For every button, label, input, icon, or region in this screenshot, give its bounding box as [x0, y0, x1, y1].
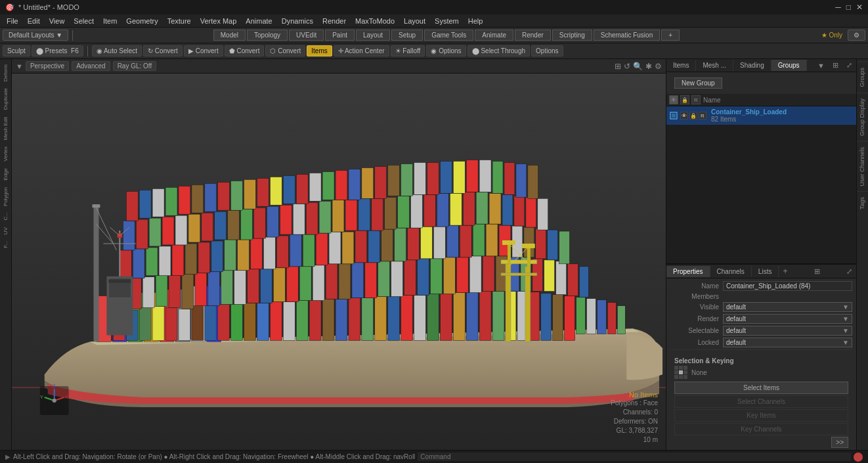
convert-button-2[interactable]: ▶ Convert: [184, 45, 223, 56]
menu-dynamics[interactable]: Dynamics: [278, 16, 317, 26]
tab-shading[interactable]: Shading: [733, 60, 771, 71]
command-input[interactable]: [418, 452, 851, 461]
key-channels-button[interactable]: Key Channels: [674, 423, 848, 435]
minimize-button[interactable]: ─: [835, 3, 841, 12]
visible-select[interactable]: default ▼: [723, 302, 852, 312]
tab-gametools[interactable]: Game Tools: [424, 30, 473, 41]
render-icon[interactable]: R: [691, 95, 701, 104]
sculpt-button[interactable]: Sculpt: [3, 45, 30, 56]
name-input[interactable]: [723, 281, 852, 291]
viewport-settings-icon[interactable]: ⚙: [655, 62, 662, 71]
menu-maxtomodo[interactable]: MaxToModo: [351, 16, 399, 26]
group-eye-ctrl[interactable]: 👁: [680, 112, 688, 120]
falloff-button[interactable]: ☀ Falloff: [391, 45, 425, 56]
group-lock-ctrl[interactable]: 🔒: [689, 112, 697, 120]
select-channels-button[interactable]: Select Channels: [674, 395, 848, 408]
grid-icon[interactable]: ⊞: [615, 62, 621, 71]
props-tab-channels[interactable]: Channels: [710, 266, 752, 277]
convert-button-4[interactable]: ⬡ Convert: [265, 45, 305, 56]
selectable-select[interactable]: default ▼: [723, 326, 852, 336]
sidebar-c[interactable]: C...: [1, 209, 10, 223]
sidebar-meshedit[interactable]: Mesh Edit: [1, 114, 10, 143]
presets-button[interactable]: ⬤ Presets F6: [32, 45, 83, 56]
tab-layout[interactable]: Layout: [356, 30, 390, 41]
zoom-icon[interactable]: 🔍: [633, 62, 643, 71]
sidebar-vertex[interactable]: Vertex: [1, 144, 10, 164]
tab-add[interactable]: +: [661, 30, 680, 41]
tab-paint[interactable]: Paint: [325, 30, 355, 41]
tab-mesh[interactable]: Mesh ...: [696, 60, 733, 71]
sidebar-f[interactable]: F...: [1, 238, 10, 251]
tab-groups[interactable]: Groups: [771, 60, 807, 71]
tab-model[interactable]: Model: [213, 30, 246, 41]
action-center-button[interactable]: ✛ Action Center: [334, 45, 389, 56]
menu-item[interactable]: Item: [99, 16, 121, 26]
menu-render[interactable]: Render: [318, 16, 350, 26]
props-fullscreen-icon[interactable]: ⤢: [842, 265, 856, 278]
menu-texture[interactable]: Texture: [163, 16, 195, 26]
options-button-2[interactable]: Options: [531, 45, 563, 56]
convert-button-3[interactable]: ⬟ Convert: [225, 45, 265, 56]
tab-items[interactable]: Items: [666, 60, 696, 71]
menu-system[interactable]: System: [431, 16, 463, 26]
menu-view[interactable]: View: [45, 16, 69, 26]
props-tab-lists[interactable]: Lists: [752, 266, 779, 277]
props-add-icon[interactable]: +: [779, 265, 791, 278]
sidebar-uv[interactable]: UV: [1, 225, 10, 237]
tab-topology[interactable]: Topology: [247, 30, 288, 41]
perspective-button[interactable]: Perspective: [26, 61, 69, 71]
panel-fullscreen-icon[interactable]: ⤢: [842, 59, 856, 72]
viewport[interactable]: X Y Z No Items Polygons : Face Channels:…: [12, 74, 666, 450]
menu-layout[interactable]: Layout: [400, 16, 429, 26]
tab-render[interactable]: Render: [515, 30, 551, 41]
select-through-button[interactable]: ⬤ Select Through: [467, 45, 530, 56]
asterisk-icon[interactable]: ✱: [645, 62, 652, 71]
select-items-button[interactable]: Select Items: [674, 382, 848, 394]
sidebar-deform[interactable]: Deform: [1, 62, 10, 84]
lock-icon[interactable]: 🔒: [680, 95, 689, 104]
key-items-button[interactable]: Key Items: [674, 409, 848, 422]
menu-edit[interactable]: Edit: [24, 16, 44, 26]
menu-animate[interactable]: Animate: [242, 16, 276, 26]
sidebar-duplicate[interactable]: Duplicate: [1, 85, 10, 112]
far-tab-tags[interactable]: Tags: [857, 191, 868, 215]
new-group-button[interactable]: New Group: [674, 77, 722, 89]
render-select[interactable]: default ▼: [723, 314, 852, 324]
items-button[interactable]: Items: [307, 45, 332, 56]
tab-scripting[interactable]: Scripting: [552, 30, 592, 41]
tab-arrow[interactable]: ▼: [814, 60, 829, 72]
sidebar-polygon[interactable]: Polygon: [1, 185, 10, 209]
auto-select-button[interactable]: ◉ Auto Select: [92, 45, 142, 56]
tab-setup[interactable]: Setup: [391, 30, 423, 41]
far-tab-groups[interactable]: Groups: [857, 62, 868, 93]
panel-expand-icon[interactable]: ⊞: [829, 59, 842, 72]
menu-select[interactable]: Select: [70, 16, 98, 26]
forward-button[interactable]: >>: [831, 437, 848, 448]
menu-file[interactable]: File: [3, 16, 22, 26]
options-button-1[interactable]: ◉ Options: [426, 45, 466, 56]
rotate-icon[interactable]: ↺: [624, 62, 630, 71]
advanced-button[interactable]: Advanced: [72, 61, 110, 71]
visibility-icon[interactable]: 👁: [669, 95, 678, 104]
raygl-button[interactable]: Ray GL: Off: [113, 61, 157, 71]
convert-button-1[interactable]: ↻ Convert: [143, 45, 183, 56]
maximize-button[interactable]: □: [846, 3, 851, 12]
menu-geometry[interactable]: Geometry: [122, 16, 162, 26]
group-item-container-ship[interactable]: 👁 🔒 R Container_Ship_Loaded 82 Items: [666, 106, 856, 125]
far-tab-userchannels[interactable]: User Channels: [857, 141, 868, 192]
tab-uvedit[interactable]: UVEdit: [289, 30, 324, 41]
viewport-collapse[interactable]: ▼: [16, 62, 23, 70]
menu-help[interactable]: Help: [464, 16, 487, 26]
menu-vertexmap[interactable]: Vertex Map: [196, 16, 241, 26]
group-render-ctrl[interactable]: R: [699, 112, 706, 120]
props-expand-icon[interactable]: ⊞: [810, 265, 824, 278]
settings-button[interactable]: ⚙: [848, 30, 865, 41]
far-tab-groupdisplay[interactable]: Group Display: [857, 93, 868, 141]
locked-select[interactable]: default ▼: [723, 338, 852, 347]
close-button[interactable]: ✕: [856, 3, 863, 12]
tab-animate[interactable]: Animate: [475, 30, 513, 41]
sidebar-edge[interactable]: Edge: [1, 165, 10, 183]
layouts-dropdown[interactable]: Default Layouts ▼: [3, 30, 68, 41]
props-tab-properties[interactable]: Properties: [666, 266, 710, 277]
tab-schematic[interactable]: Schematic Fusion: [594, 30, 660, 41]
